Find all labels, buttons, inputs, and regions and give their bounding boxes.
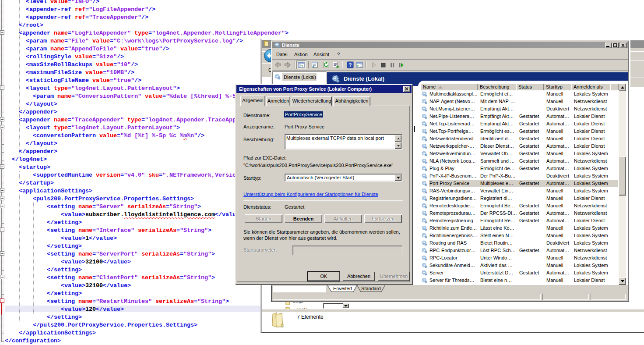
svg-text:?: ?: [349, 62, 352, 68]
svg-text:Erweitert: Erweitert: [333, 286, 352, 291]
svg-text:Standard: Standard: [361, 286, 381, 291]
